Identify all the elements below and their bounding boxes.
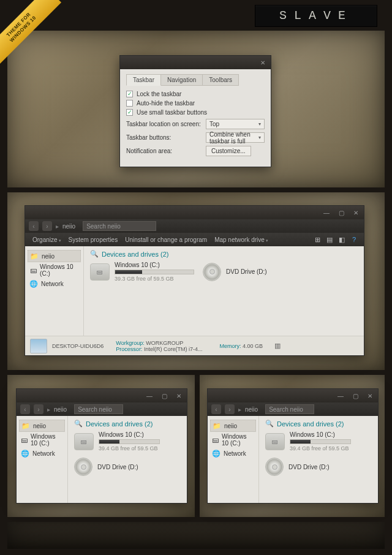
breadcrumb[interactable]: neiio [54,406,67,413]
sidebar-item-label: Windows 10 (C:) [222,433,254,447]
sidebar-item-neiio[interactable]: 📁 neiio [19,420,65,432]
maximize-icon[interactable]: ▢ [336,208,347,217]
sidebar-item-label: neiio [224,423,237,429]
search-icon: 🔍 [265,420,274,428]
select-buttons-value: Combine when taskbar is full [209,131,258,145]
chevron-down-icon: ▾ [266,238,268,243]
sidebar-item-network[interactable]: 🌐 Network [19,448,65,459]
close-icon[interactable]: ✕ [350,208,361,217]
theme-title: SLAVE [255,5,377,27]
drive-free-text: 39.3 GB free of 59.5 GB [115,276,194,282]
minimize-icon[interactable]: — [321,208,332,217]
maximize-icon[interactable]: ▢ [159,391,170,400]
sidebar-item-neiio[interactable]: 📁 neiio [28,250,81,262]
drive-item-d[interactable]: DVD Drive (D:) [74,458,181,476]
search-placeholder: Search neiio [269,406,303,413]
minimize-icon[interactable]: — [144,391,155,400]
details-pane-icon[interactable]: ▥ [273,341,282,351]
drive-name: Windows 10 (C:) [115,262,194,268]
sidebar-item-network[interactable]: 🌐 Network [210,448,256,459]
close-icon[interactable]: ✕ [364,391,375,400]
breadcrumb[interactable]: neiio [245,406,258,413]
nav-forward-button[interactable]: › [225,404,235,414]
folder-icon: 📁 [213,421,221,430]
uninstall-button[interactable]: Uninstall or change a program [123,235,209,244]
tab-toolbars[interactable]: Toolbars [203,74,239,86]
group-header-label: Devices and drives (2) [277,420,344,428]
computer-icon [30,339,47,353]
chevron-down-icon: ▾ [258,121,261,127]
sidebar-item-drive-c[interactable]: 🖴 Windows 10 (C:) [19,432,65,448]
select-taskbar-location[interactable]: Top ▾ [206,119,265,129]
sidebar-item-label: Network [224,450,246,457]
disc-icon [203,263,221,281]
group-header[interactable]: 🔍 Devices and drives (2) [90,250,358,258]
help-icon[interactable]: ? [349,235,359,244]
sidebar-item-drive-c[interactable]: 🖴 Windows 10 (C:) [28,262,81,278]
label-workgroup: Workgroup: [116,340,144,346]
group-header-label: Devices and drives (2) [86,420,153,428]
nav-back-button[interactable]: ‹ [29,221,39,231]
nav-back-button[interactable]: ‹ [211,404,221,414]
select-taskbar-buttons[interactable]: Combine when taskbar is full ▾ [206,132,265,143]
chevron-right-icon: ▸ [238,406,241,413]
close-icon[interactable]: ✕ [257,58,268,67]
hard-drive-icon: 🖴 [265,433,285,450]
view-layout-icon[interactable]: ⊞ [312,235,322,244]
sidebar-item-neiio[interactable]: 📁 neiio [210,420,256,432]
search-icon: 🔍 [90,250,99,258]
network-icon: 🌐 [212,449,221,458]
customize-button[interactable]: Customize... [206,146,251,156]
drive-item-c[interactable]: 🖴 Windows 10 (C:) 39.4 GB free of 59.5 G… [74,431,181,451]
map-network-button[interactable]: Map network drive▾ [212,235,271,244]
network-icon: 🌐 [21,449,29,458]
checkbox-autohide-taskbar[interactable] [126,100,133,107]
minimize-icon[interactable]: — [335,391,346,400]
search-input[interactable]: Search neiio [83,221,156,231]
maximize-icon[interactable]: ▢ [350,391,361,400]
drive-name: Windows 10 (C:) [290,431,351,438]
drive-item-d[interactable]: DVD Drive (D:) [203,263,267,281]
tab-taskbar[interactable]: Taskbar [126,74,161,86]
sidebar-item-drive-c[interactable]: 🖴 Windows 10 (C:) [210,432,256,448]
sidebar-item-label: neiio [42,253,55,260]
group-header[interactable]: 🔍 Devices and drives (2) [74,420,181,428]
sidebar-item-network[interactable]: 🌐 Network [28,278,81,289]
tab-row: Taskbar Navigation Toolbars [126,74,265,86]
organize-button[interactable]: Organize▾ [30,235,64,244]
computer-name: DESKTOP-UIDU6D6 [52,343,104,349]
drive-name: Windows 10 (C:) [99,431,160,438]
explorer-titlebar[interactable]: — ▢ ✕ [25,206,364,219]
search-input[interactable]: Search neiio [265,404,314,414]
preview-pane-icon[interactable]: ◧ [337,235,347,244]
nav-forward-button[interactable]: › [34,404,43,414]
sidebar-item-label: Network [32,450,55,457]
label-taskbar-buttons: Taskbar buttons: [126,134,206,141]
group-header[interactable]: 🔍 Devices and drives (2) [265,420,372,428]
checkbox-lock-taskbar[interactable] [126,91,133,97]
drive-item-c[interactable]: 🖴 Windows 10 (C:) 39.4 GB free of 59.5 G… [265,431,372,451]
drive-usage-bar [115,270,194,274]
nav-back-button[interactable]: ‹ [20,404,30,414]
explorer-titlebar[interactable]: — ▢ ✕ [17,389,187,402]
nav-forward-button[interactable]: › [42,221,52,231]
view-details-icon[interactable]: ▤ [325,235,334,244]
checkbox-small-buttons[interactable] [126,109,133,116]
value-workgroup: WORKGROUP [146,340,183,346]
system-properties-button[interactable]: System properties [66,235,121,244]
settings-titlebar[interactable]: ✕ [120,56,271,69]
label-autohide-taskbar: Auto-hide the taskbar [137,100,195,107]
close-icon[interactable]: ✕ [173,391,184,400]
drive-item-c[interactable]: 🖴 Windows 10 (C:) 39.3 GB free of 59.5 G… [90,262,194,282]
drive-item-d[interactable]: DVD Drive (D:) [265,458,372,476]
search-input[interactable]: Search neiio [74,404,123,414]
sidebar: 📁 neiio 🖴 Windows 10 (C:) 🌐 Network [17,416,68,503]
explorer-titlebar[interactable]: — ▢ ✕ [208,389,378,402]
sidebar: 📁 neiio 🖴 Windows 10 (C:) 🌐 Network [25,246,84,336]
sidebar-item-label: neiio [33,423,46,429]
label-notification-area: Notification area: [126,148,206,154]
value-memory: 4.00 GB [243,343,263,349]
breadcrumb[interactable]: neiio [62,223,75,230]
drive-free-text: 39.4 GB free of 59.5 GB [99,445,160,451]
tab-navigation[interactable]: Navigation [161,74,203,86]
